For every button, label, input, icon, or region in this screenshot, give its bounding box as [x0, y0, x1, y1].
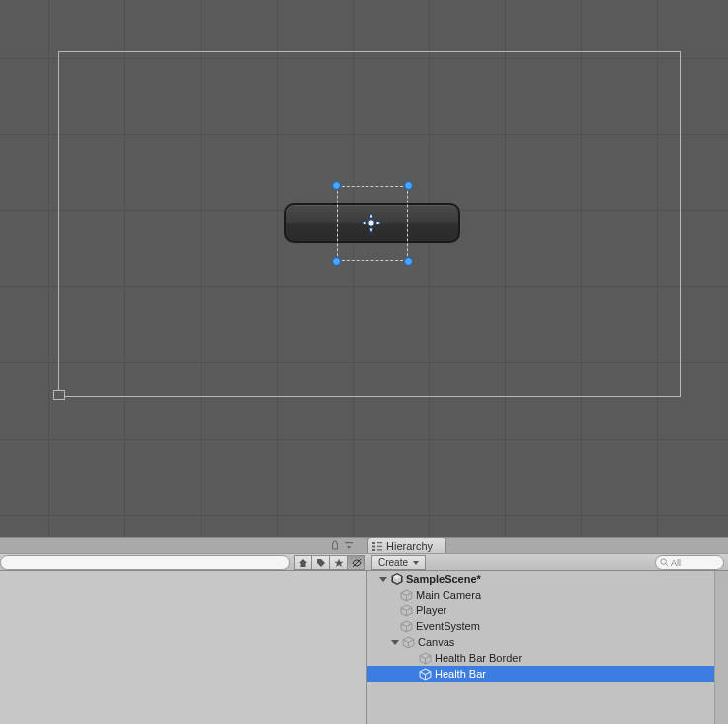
rect-tool-selection[interactable]	[337, 186, 408, 261]
svg-line-31	[401, 623, 406, 626]
svg-rect-12	[377, 549, 382, 550]
svg-line-23	[401, 592, 406, 595]
hierarchy-item-label: EventSystem	[416, 620, 480, 632]
hierarchy-item-label: Health Bar	[435, 668, 486, 680]
rect-handle-bottom-right[interactable]	[404, 257, 413, 266]
svg-line-36	[409, 639, 414, 642]
svg-line-44	[426, 671, 431, 674]
svg-line-24	[407, 592, 412, 595]
svg-marker-15	[334, 558, 343, 567]
foldout-icon[interactable]	[391, 640, 399, 645]
hierarchy-item-eventsystem[interactable]: EventSystem	[367, 618, 728, 634]
gameobject-icon	[419, 668, 432, 681]
hierarchy-item-health-bar-border[interactable]: Health Bar Border	[367, 650, 728, 666]
selection-dashed-rect	[337, 186, 408, 261]
svg-line-40	[426, 655, 431, 658]
svg-line-18	[666, 564, 668, 566]
filter-button-group	[294, 555, 365, 570]
gameobject-icon	[400, 604, 413, 617]
unity-logo-icon	[390, 572, 404, 586]
svg-line-27	[401, 607, 406, 610]
rect-handle-bottom-left[interactable]	[332, 257, 341, 266]
hierarchy-item-player[interactable]: Player	[367, 603, 728, 618]
hierarchy-scene-row[interactable]: SampleScene*	[367, 571, 728, 587]
hierarchy-search-input[interactable]: All	[655, 555, 724, 570]
tab-hierarchy-label: Hierarchy	[386, 540, 433, 552]
filter-tag-button[interactable]	[312, 555, 330, 570]
hierarchy-item-label: Canvas	[418, 636, 454, 648]
svg-line-28	[407, 607, 412, 610]
hierarchy-item-label: Player	[416, 604, 446, 616]
rect-handle-top-left[interactable]	[332, 181, 341, 190]
rect-handle-top-right[interactable]	[404, 181, 413, 190]
svg-rect-10	[377, 546, 382, 547]
svg-rect-11	[372, 549, 375, 551]
hierarchy-item-label: Main Camera	[416, 589, 481, 601]
hierarchy-tab-icon	[372, 541, 382, 551]
tab-bar: Hierarchy	[0, 537, 728, 553]
hierarchy-toolbar: Create All	[367, 554, 728, 572]
svg-line-43	[420, 671, 425, 674]
scene-view[interactable]	[0, 0, 728, 537]
filter-home-button[interactable]	[294, 555, 312, 570]
left-empty-panel[interactable]	[0, 571, 367, 724]
foldout-icon[interactable]	[379, 577, 387, 582]
svg-marker-6	[347, 546, 351, 549]
svg-rect-7	[372, 542, 375, 544]
left-panel-toolbar	[0, 554, 365, 572]
svg-point-17	[661, 559, 666, 564]
lock-icon[interactable]	[330, 540, 340, 550]
dropdown-icon[interactable]	[344, 540, 354, 550]
panel-options-icons[interactable]	[330, 540, 354, 550]
canvas-corner-handle[interactable]	[53, 390, 65, 400]
hierarchy-scrollbar[interactable]	[714, 571, 728, 724]
lower-panels: SampleScene* Main Camera Player EventSys…	[0, 571, 728, 724]
hierarchy-search-placeholder: All	[671, 558, 681, 568]
svg-marker-13	[299, 559, 307, 567]
search-input-left[interactable]	[0, 555, 290, 570]
hierarchy-panel[interactable]: SampleScene* Main Camera Player EventSys…	[367, 571, 728, 724]
gameobject-icon	[400, 620, 413, 633]
svg-rect-8	[377, 542, 382, 543]
hierarchy-item-main-camera[interactable]: Main Camera	[367, 587, 728, 603]
svg-rect-9	[372, 546, 375, 548]
svg-line-32	[407, 623, 412, 626]
svg-line-35	[403, 639, 408, 642]
create-button-label: Create	[378, 557, 408, 568]
create-button[interactable]: Create	[371, 555, 426, 570]
filter-hidden-button[interactable]	[348, 555, 365, 570]
search-icon	[660, 558, 669, 567]
hierarchy-item-health-bar[interactable]: Health Bar	[367, 666, 728, 682]
hierarchy-item-label: Health Bar Border	[435, 652, 522, 664]
gameobject-icon	[400, 589, 413, 602]
svg-line-39	[420, 655, 425, 658]
svg-marker-14	[317, 559, 325, 567]
toolbar-row: Create All	[0, 553, 728, 571]
gameobject-icon	[402, 636, 415, 649]
tab-hierarchy[interactable]: Hierarchy	[367, 537, 446, 554]
svg-rect-5	[345, 542, 353, 543]
scene-name-label: SampleScene*	[406, 573, 481, 585]
filter-star-button[interactable]	[330, 555, 348, 570]
gameobject-icon	[419, 652, 432, 665]
hierarchy-item-canvas[interactable]: Canvas	[367, 634, 728, 650]
